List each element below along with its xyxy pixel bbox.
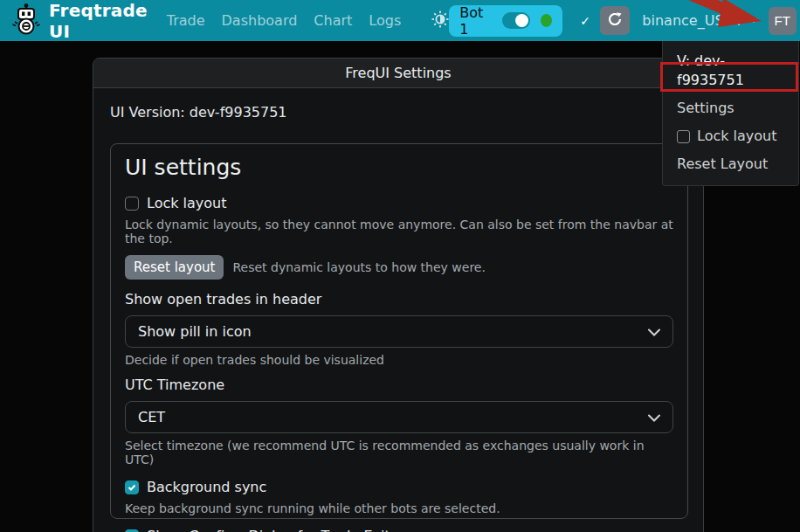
ui-settings-card: UI settings Lock layout Lock dynamic lay…	[110, 143, 688, 519]
menu-item-settings[interactable]: Settings	[663, 94, 798, 122]
bot-online-dot	[541, 14, 552, 27]
chevron-down-icon	[648, 409, 660, 425]
check-icon[interactable]: ✓	[580, 14, 590, 28]
nav-links: Trade Dashboard Chart Logs	[167, 10, 450, 31]
theme-toggle-button[interactable]	[431, 10, 449, 31]
timezone-help: Select timezone (we recommend UTC is rec…	[125, 439, 673, 466]
confirm-dialog-row[interactable]: Show Confirm Dialog for Trade Exits	[125, 528, 673, 532]
open-trades-label: Show open trades in header	[125, 291, 673, 307]
nav-link-chart[interactable]: Chart	[314, 12, 352, 29]
open-trades-selected-value: Show pill in icon	[138, 323, 252, 340]
navbar: Freqtrade UI Trade Dashboard Chart Logs	[0, 0, 800, 41]
lock-layout-row[interactable]: Lock layout	[125, 195, 673, 211]
chevron-down-icon	[648, 323, 660, 340]
ui-version-text: UI Version: dev-f9935751	[110, 104, 686, 121]
panel-header: FreqUI Settings	[93, 59, 703, 88]
exchange-dropdown[interactable]: binance_USDT	[642, 12, 757, 29]
nav-link-trade[interactable]: Trade	[167, 12, 205, 29]
lock-layout-help: Lock dynamic layouts, so they cannot mov…	[125, 218, 673, 245]
menu-item-version: V: dev-f9935751	[663, 47, 798, 94]
reload-button[interactable]	[600, 6, 630, 35]
bot-toggle[interactable]	[502, 12, 530, 29]
freqtrade-robot-logo-icon	[10, 3, 42, 39]
lock-layout-label[interactable]: Lock layout	[147, 195, 227, 211]
background-sync-row[interactable]: Background sync	[125, 479, 673, 495]
reload-icon	[607, 11, 623, 30]
background-sync-checkbox[interactable]	[125, 480, 139, 494]
timezone-selected-value: CET	[138, 409, 165, 425]
brand[interactable]: Freqtrade UI	[10, 0, 148, 42]
card-heading: UI settings	[125, 155, 673, 180]
open-trades-select[interactable]: Show pill in icon	[125, 315, 673, 348]
background-sync-help: Keep background sync running while other…	[125, 501, 673, 515]
open-trades-help: Decide if open trades should be visualiz…	[125, 353, 673, 367]
reset-layout-button[interactable]: Reset layout	[125, 255, 224, 280]
chevron-down-icon	[749, 18, 758, 23]
lock-layout-menu-checkbox[interactable]	[677, 130, 690, 143]
nav-link-dashboard[interactable]: Dashboard	[222, 12, 298, 29]
navbar-right: Bot 1 ✓ binance_USDT FT	[449, 5, 800, 37]
exchange-label: binance_USDT	[642, 12, 742, 29]
lock-layout-checkbox[interactable]	[125, 197, 139, 211]
timezone-select[interactable]: CET	[125, 401, 673, 433]
panel-title: FreqUI Settings	[345, 65, 451, 81]
brand-title: Freqtrade UI	[49, 0, 148, 42]
reset-layout-help: Reset dynamic layouts to how they were.	[232, 260, 485, 274]
user-dropdown-menu: V: dev-f9935751 Settings Lock layout Res…	[662, 41, 799, 186]
nav-link-logs[interactable]: Logs	[369, 12, 401, 29]
settings-panel: FreqUI Settings UI Version: dev-f9935751…	[93, 58, 704, 532]
brightness-icon	[431, 10, 449, 31]
menu-item-lock-layout[interactable]: Lock layout	[663, 122, 798, 150]
bot-name: Bot 1	[459, 4, 492, 38]
confirm-dialog-checkbox[interactable]	[125, 529, 139, 532]
menu-lock-layout-label: Lock layout	[697, 127, 777, 146]
avatar-menu-button[interactable]: FT	[769, 7, 797, 35]
bot-selector-pill[interactable]: Bot 1	[449, 5, 562, 37]
background-sync-label[interactable]: Background sync	[147, 479, 266, 495]
confirm-dialog-label[interactable]: Show Confirm Dialog for Trade Exits	[147, 528, 397, 532]
menu-item-reset-layout[interactable]: Reset Layout	[663, 150, 798, 178]
timezone-label: UTC Timezone	[125, 377, 673, 393]
